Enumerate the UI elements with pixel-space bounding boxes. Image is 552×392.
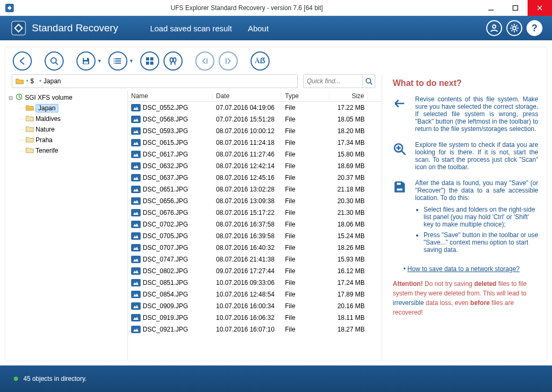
svg-rect-27 [150, 57, 153, 60]
svg-marker-52 [133, 282, 139, 285]
window-close-button[interactable] [528, 0, 552, 16]
menu-load-scan[interactable]: Load saved scan result [150, 24, 232, 33]
account-button[interactable] [486, 20, 502, 36]
image-file-icon [131, 314, 141, 321]
window-maximize-button[interactable] [503, 0, 528, 16]
file-row[interactable]: DSC_0617.JPG 08.07.2016 11:27:46 File 15… [128, 149, 382, 160]
quick-find [303, 74, 375, 88]
tree-folder[interactable]: ⋯ Praha [6, 135, 126, 145]
window-minimize-button[interactable] [479, 0, 503, 16]
col-type[interactable]: Type [282, 92, 330, 100]
file-row[interactable]: DSC_0802.JPG 09.07.2016 17:27:44 File 16… [128, 265, 382, 277]
file-row[interactable]: DSC_0615.JPG 08.07.2016 11:24:18 File 17… [128, 137, 382, 149]
col-name[interactable]: Name [128, 92, 213, 100]
tree-volume[interactable]: ⊟ SGI XFS volume [6, 92, 126, 103]
svg-rect-18 [84, 58, 87, 60]
file-row[interactable]: DSC_0707.JPG 08.07.2016 16:40:32 File 18… [128, 242, 382, 254]
svg-point-7 [513, 27, 516, 30]
svg-line-13 [516, 30, 518, 31]
file-row[interactable]: DSC_0851.JPG 10.07.2016 09:33:06 File 17… [128, 277, 382, 289]
collapse-icon[interactable]: ⊟ [7, 95, 13, 101]
col-date[interactable]: Date [213, 92, 282, 100]
image-file-icon [131, 151, 141, 158]
help-step-2: Press "Save" button in the toolbar or us… [424, 231, 538, 254]
svg-marker-51 [133, 270, 139, 273]
thumbnails-button[interactable] [140, 51, 159, 71]
svg-point-23 [114, 58, 115, 59]
font-button[interactable]: Äẞ [251, 51, 270, 71]
svg-line-35 [370, 83, 372, 85]
file-row[interactable]: DSC_0705.JPG 08.07.2016 16:39:58 File 15… [128, 230, 382, 242]
breadcrumb-current[interactable]: Japan [44, 77, 61, 85]
file-row[interactable]: DSC_0676.JPG 08.07.2016 15:17:22 File 21… [128, 207, 382, 219]
file-row[interactable]: DSC_0552.JPG 07.07.2016 04:19:06 File 17… [128, 102, 382, 114]
svg-marker-46 [133, 212, 139, 215]
file-row[interactable]: DSC_0909.JPG 10.07.2016 16:00:34 File 20… [128, 300, 382, 312]
image-file-icon [131, 116, 141, 123]
chevron-down-icon[interactable]: ▼ [129, 58, 134, 64]
window-titlebar: UFS Explorer Standard Recovery - version… [0, 0, 552, 16]
svg-line-17 [56, 63, 58, 65]
file-row[interactable]: DSC_0747.JPG 08.07.2016 21:41:38 File 15… [128, 254, 382, 265]
file-row[interactable]: DSC_0637.JPG 08.07.2016 12:45:16 File 20… [128, 172, 382, 184]
svg-line-12 [512, 25, 513, 27]
svg-marker-55 [133, 317, 139, 320]
svg-marker-39 [133, 130, 139, 133]
app-header: Standard Recovery Load saved scan result… [0, 16, 552, 40]
help-panel: What to do next? Revise contents of this… [382, 74, 547, 360]
svg-rect-28 [146, 62, 149, 65]
image-file-icon [131, 221, 141, 228]
file-row[interactable]: DSC_0651.JPG 08.07.2016 13:02:28 File 21… [128, 184, 382, 195]
image-file-icon [131, 162, 141, 170]
svg-rect-29 [150, 62, 153, 65]
file-row[interactable]: DSC_0568.JPG 07.07.2016 15:51:28 File 18… [128, 114, 382, 125]
folder-icon [25, 115, 34, 123]
file-row[interactable]: DSC_0919.JPG 10.07.2016 16:06:32 File 18… [128, 312, 382, 324]
image-file-icon [131, 104, 141, 111]
folder-tree[interactable]: ⊟ SGI XFS volume ⋯ Japan ⋯ Maldives ⋯ Na… [5, 90, 127, 360]
tree-folder[interactable]: ⋯ Nature [6, 124, 126, 135]
col-size[interactable]: Size [330, 92, 368, 100]
find-button[interactable] [163, 51, 183, 71]
file-row[interactable]: DSC_0702.JPG 08.07.2016 16:37:58 File 18… [128, 219, 382, 230]
svg-point-24 [114, 60, 115, 62]
image-file-icon [131, 302, 141, 310]
save-button[interactable]: ▼ [76, 51, 96, 71]
scan-button[interactable] [45, 51, 64, 71]
file-row[interactable]: DSC_0854.JPG 10.07.2016 12:48:54 File 17… [128, 289, 382, 300]
image-file-icon [131, 279, 141, 286]
help-text-2: Explore file system to check if data you… [415, 141, 538, 171]
help-button[interactable]: ? [527, 20, 542, 36]
file-row[interactable]: DSC_0921.JPG 10.07.2016 16:07:10 File 18… [128, 324, 382, 335]
breadcrumb-root[interactable]: $ [30, 77, 34, 85]
search-input[interactable] [304, 77, 362, 85]
file-list-body[interactable]: DSC_0552.JPG 07.07.2016 04:19:06 File 17… [128, 102, 382, 360]
file-list-header[interactable]: Name Date Type Size [128, 90, 382, 102]
image-file-icon [131, 209, 141, 216]
search-button[interactable] [362, 75, 375, 88]
folder-icon [25, 136, 34, 144]
list-view-button[interactable]: ▼ [108, 51, 127, 71]
file-row[interactable]: DSC_0593.JPG 08.07.2016 10:00:12 File 18… [128, 125, 382, 137]
folder-icon [25, 104, 34, 112]
tree-folder[interactable]: ⋯ Japan [6, 103, 126, 114]
svg-marker-38 [133, 118, 139, 121]
back-button[interactable] [13, 51, 32, 71]
chevron-down-icon[interactable]: ▼ [97, 58, 102, 64]
file-row[interactable]: DSC_0656.JPG 08.07.2016 13:09:38 File 20… [128, 195, 382, 207]
breadcrumb[interactable]: • $ • Japan [12, 74, 298, 88]
tree-folder[interactable]: ⋯ Maldives [6, 114, 126, 124]
search-icon [393, 142, 408, 171]
image-file-icon [131, 139, 141, 146]
next-button[interactable] [219, 51, 238, 71]
settings-button[interactable] [506, 20, 522, 36]
prev-button[interactable] [195, 51, 214, 71]
toolbar: ▼ ▼ Äẞ [5, 48, 547, 74]
svg-point-34 [366, 79, 370, 83]
menu-about[interactable]: About [248, 24, 269, 33]
help-link-network[interactable]: How to save data to a network storage? [408, 265, 520, 273]
folder-icon [25, 146, 34, 155]
help-text-3: After the data is found, you may "Save" … [415, 179, 538, 257]
tree-folder[interactable]: ⋯ Tenerife [6, 145, 126, 156]
file-row[interactable]: DSC_0632.JPG 08.07.2016 12:42:14 File 18… [128, 160, 382, 172]
